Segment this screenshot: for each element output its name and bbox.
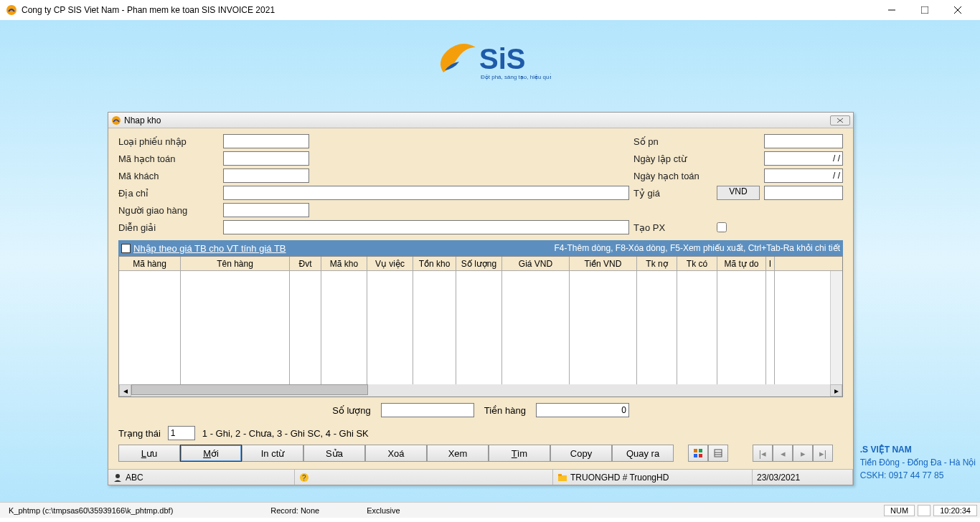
moi-button[interactable]: Mới bbox=[180, 445, 242, 462]
label-so-luong-sum: Số lượng bbox=[332, 405, 371, 416]
person-icon bbox=[113, 473, 123, 483]
ostatus-path: K_phtmp (c:\tmpsas60\35939166\k_phtmp.db… bbox=[3, 506, 179, 515]
first-button[interactable]: |◂ bbox=[753, 445, 773, 462]
company-addr: Tiền Đông - Đống Đa - Hà Nội bbox=[860, 456, 976, 469]
sua-button[interactable]: Sửa bbox=[303, 445, 365, 462]
input-so-luong-sum[interactable] bbox=[381, 403, 474, 417]
label-tien-hang-sum: Tiền hàng bbox=[484, 405, 526, 416]
xem-button[interactable]: Xem bbox=[427, 445, 489, 462]
label-tao-px: Tạo PX bbox=[633, 222, 712, 233]
last-button[interactable]: ▸| bbox=[813, 445, 833, 462]
tool-icon-2[interactable] bbox=[708, 445, 728, 462]
ostatus-record: Record: None bbox=[265, 506, 325, 515]
input-so-pn[interactable] bbox=[764, 134, 843, 148]
col-header[interactable]: Tk nợ bbox=[637, 257, 677, 270]
scroll-right-button[interactable]: ▸ bbox=[830, 384, 842, 397]
col-body[interactable] bbox=[413, 271, 456, 384]
sis-logo: SiS Đột phá, sáng tạo, hiệu quả bbox=[429, 33, 551, 89]
input-ma-hach-toan[interactable] bbox=[223, 151, 309, 166]
ostatus-excl: Exclusive bbox=[361, 506, 405, 515]
company-footer: .S VIỆT NAM Tiền Đông - Đống Đa - Hà Nội… bbox=[860, 443, 976, 482]
input-ty-gia[interactable] bbox=[764, 186, 843, 200]
col-body[interactable] bbox=[181, 271, 290, 384]
scrollbar-thumb[interactable] bbox=[131, 384, 368, 395]
xoa-button[interactable]: Xoá bbox=[365, 445, 427, 462]
maximize-button[interactable] bbox=[908, 0, 941, 20]
quay-ra-button[interactable]: Quay ra bbox=[612, 445, 674, 462]
vnd-button[interactable]: VND bbox=[717, 186, 760, 200]
col-body[interactable] bbox=[502, 271, 570, 384]
window-buttons bbox=[875, 0, 974, 20]
input-dien-giai[interactable] bbox=[223, 220, 629, 234]
logo-area: SiS Đột phá, sáng tạo, hiệu quả bbox=[0, 20, 980, 91]
trang-thai-legend: 1 - Ghi, 2 - Chưa, 3 - Ghi SC, 4 - Ghi S… bbox=[202, 428, 369, 439]
input-trang-thai[interactable] bbox=[168, 426, 195, 440]
scroll-left-button[interactable]: ◂ bbox=[119, 384, 131, 397]
col-header[interactable]: Đvt bbox=[290, 257, 321, 270]
col-body[interactable] bbox=[367, 271, 413, 384]
label-ma-hach-toan: Mã hạch toán bbox=[118, 153, 219, 164]
col-body[interactable] bbox=[456, 271, 502, 384]
company-phone: CSKH: 0917 44 77 85 bbox=[860, 469, 976, 482]
svg-text:?: ? bbox=[302, 474, 306, 482]
input-dia-chi[interactable] bbox=[223, 186, 629, 200]
luu-button[interactable]: Lưu bbox=[118, 445, 180, 462]
app-icon bbox=[6, 4, 17, 16]
input-ma-khach[interactable] bbox=[223, 169, 309, 183]
input-tien-hang-sum[interactable] bbox=[536, 403, 629, 417]
table-body[interactable] bbox=[119, 271, 830, 384]
tool-icon-1[interactable] bbox=[688, 445, 708, 462]
input-ngay-ht[interactable] bbox=[764, 169, 843, 183]
checkbox-nhap-tb[interactable] bbox=[121, 244, 131, 253]
svg-rect-11 bbox=[699, 449, 702, 452]
label-trang-thai: Trạng thái bbox=[118, 428, 161, 439]
col-header[interactable]: Tồn kho bbox=[413, 257, 456, 270]
minimize-button[interactable] bbox=[875, 0, 908, 20]
trang-thai-row: Trạng thái 1 - Ghi, 2 - Chưa, 3 - Ghi SC… bbox=[118, 423, 843, 443]
col-header[interactable]: Mã tự do bbox=[717, 257, 766, 270]
col-body[interactable] bbox=[677, 271, 717, 384]
col-body[interactable] bbox=[321, 271, 367, 384]
label-nguoi-giao: Người giao hàng bbox=[118, 205, 219, 216]
col-body[interactable] bbox=[290, 271, 321, 384]
col-header[interactable]: Mã kho bbox=[321, 257, 367, 270]
col-header[interactable]: Mã hàng bbox=[119, 257, 181, 270]
col-body[interactable] bbox=[717, 271, 766, 384]
input-nguoi-giao[interactable] bbox=[223, 203, 309, 217]
label-loai-phieu: Loại phiếu nhập bbox=[118, 136, 219, 147]
col-body[interactable] bbox=[637, 271, 677, 384]
horizontal-scrollbar[interactable]: ◂ ▸ bbox=[119, 384, 842, 397]
col-body[interactable] bbox=[570, 271, 637, 384]
tim-button[interactable]: Tìm bbox=[489, 445, 550, 462]
titlebar: Cong ty CP SIS Viet Nam - Phan mem ke to… bbox=[0, 0, 980, 20]
input-loai-phieu[interactable] bbox=[223, 134, 309, 148]
close-button[interactable] bbox=[941, 0, 974, 20]
form-grid: Loại phiếu nhập Số pn Mã hạch toán Ngày … bbox=[118, 134, 843, 234]
svg-text:Đột phá, sáng tạo, hiệu quả: Đột phá, sáng tạo, hiệu quả bbox=[481, 73, 551, 80]
prev-button[interactable]: ◂ bbox=[773, 445, 793, 462]
col-body[interactable] bbox=[119, 271, 181, 384]
inner-titlebar[interactable]: Nhap kho bbox=[108, 113, 853, 128]
input-ngay-lap[interactable] bbox=[764, 151, 843, 166]
inner-app-icon bbox=[111, 115, 121, 125]
checkbox-tao-px[interactable] bbox=[717, 222, 727, 232]
in-button[interactable]: In ctừ bbox=[242, 445, 303, 462]
col-header[interactable]: Số lượng bbox=[456, 257, 502, 270]
col-header[interactable]: I bbox=[766, 257, 775, 270]
copy-button[interactable]: Copy bbox=[550, 445, 612, 462]
svg-point-7 bbox=[112, 116, 121, 125]
col-header[interactable]: Vụ việc bbox=[367, 257, 413, 270]
folder-icon bbox=[557, 473, 567, 482]
col-body[interactable] bbox=[766, 271, 775, 384]
summary-row: Số lượng Tiền hàng bbox=[118, 397, 843, 423]
next-button[interactable]: ▸ bbox=[793, 445, 813, 462]
app-body: SiS Đột phá, sáng tạo, hiệu quả .S VIỆT … bbox=[0, 20, 980, 502]
col-header[interactable]: Giá VND bbox=[502, 257, 570, 270]
col-header[interactable]: Tk có bbox=[677, 257, 717, 270]
inner-close-button[interactable] bbox=[830, 115, 850, 125]
vertical-scrollbar[interactable] bbox=[830, 271, 842, 384]
label-so-pn: Số pn bbox=[633, 136, 712, 147]
col-header[interactable]: Tiền VND bbox=[570, 257, 637, 270]
col-header[interactable]: Tên hàng bbox=[181, 257, 290, 270]
svg-rect-2 bbox=[921, 6, 928, 14]
